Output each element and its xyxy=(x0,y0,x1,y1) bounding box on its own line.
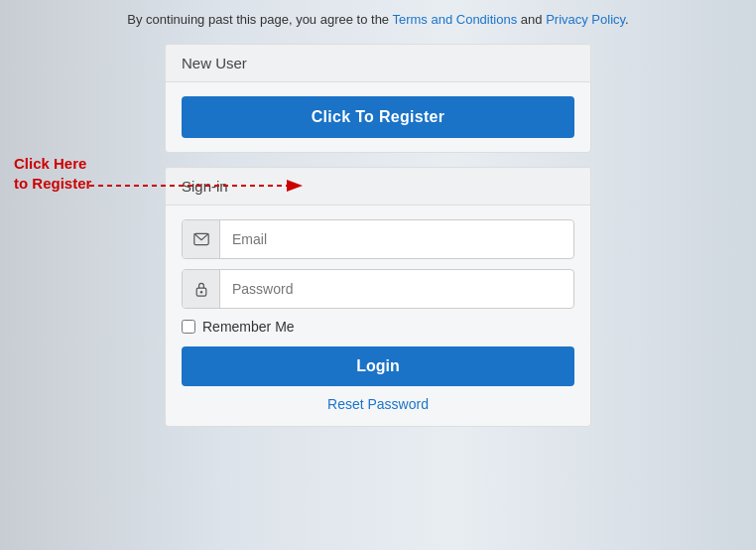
password-input-group xyxy=(182,269,574,309)
svg-point-2 xyxy=(199,291,201,293)
new-user-header: New User xyxy=(166,45,590,82)
terms-middle: and xyxy=(517,12,546,27)
terms-before: By continuing past this page, you agree … xyxy=(127,12,392,27)
email-icon xyxy=(193,231,209,247)
remember-me-label: Remember Me xyxy=(202,319,295,335)
privacy-link[interactable]: Privacy Policy xyxy=(546,12,625,27)
annotation-click-here: Click Here to Register xyxy=(14,154,91,193)
register-button[interactable]: Click To Register xyxy=(182,96,574,138)
password-field[interactable] xyxy=(220,273,573,305)
new-user-body: Click To Register xyxy=(166,82,590,152)
signin-header: Sign-in xyxy=(166,168,590,206)
lock-icon xyxy=(193,281,209,297)
password-icon-wrapper xyxy=(183,270,220,308)
reset-password-link[interactable]: Reset Password xyxy=(182,396,574,412)
email-field[interactable] xyxy=(220,223,573,255)
email-input-group xyxy=(182,219,574,259)
annotation-line1: Click Here xyxy=(14,154,91,174)
signin-body: Remember Me Login Reset Password xyxy=(166,206,590,426)
terms-text: By continuing past this page, you agree … xyxy=(127,10,628,30)
email-icon-wrapper xyxy=(183,220,220,258)
login-button[interactable]: Login xyxy=(182,346,574,386)
terms-after: . xyxy=(625,12,629,27)
remember-me-checkbox[interactable] xyxy=(182,320,195,334)
signin-card: Sign-in Remember Me xyxy=(165,167,591,427)
remember-me-group: Remember Me xyxy=(182,319,574,335)
annotation-line2: to Register xyxy=(14,174,91,194)
terms-link[interactable]: Terms and Conditions xyxy=(392,12,517,27)
new-user-card: New User Click To Register xyxy=(165,44,591,153)
